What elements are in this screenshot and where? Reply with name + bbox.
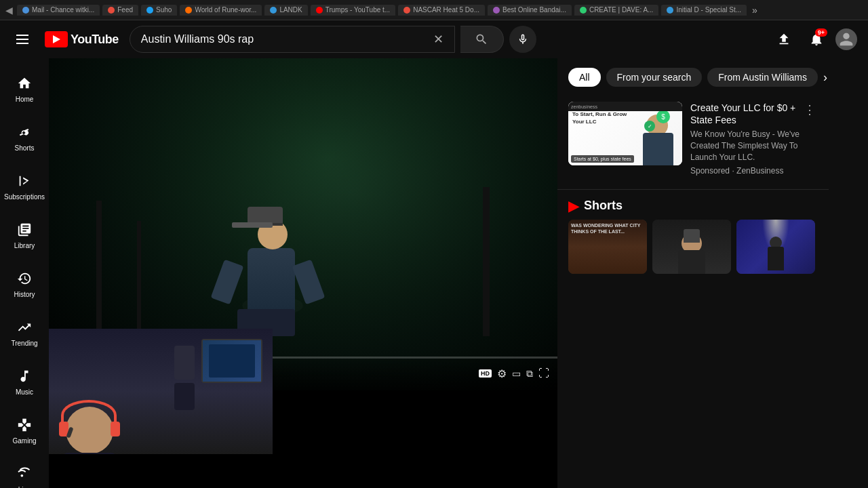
short-person-3 [766,237,786,270]
notifications-btn[interactable]: 9+ [803,26,830,53]
notification-badge: 9+ [815,28,827,37]
sidebar-item-subscriptions[interactable]: Subscriptions [3,164,46,210]
webcam-overlay [49,329,273,454]
search-submit-btn[interactable] [460,26,504,53]
search-input[interactable] [141,33,433,45]
ad-title: Create Your LLC for $0 + State Fees [690,102,818,126]
voice-search-btn[interactable] [509,26,536,53]
upload-icon [776,32,791,47]
short-thumb-1[interactable]: WAS WONDERING WHAT CITY THINKS OF THE LA… [568,220,647,274]
hd-badge: HD [479,369,492,378]
tree-trunk-3 [483,187,490,336]
browser-back-btn[interactable]: ◀ [5,5,13,16]
ad-brand-bar: zenbusiness [568,102,682,111]
short-thumb-3[interactable] [736,220,815,274]
figure-hat-brim [232,222,273,228]
short-person-2 [675,233,709,274]
desk-item-1 [174,346,195,380]
search-icon [475,33,488,46]
sidebar-item-home[interactable]: Home [3,66,46,113]
ad-menu-btn[interactable]: ⋮ [802,102,818,118]
shorts-header: ▶ Shorts [568,198,818,214]
content-area: ▶ ⏭ 🔊 HD ⚙ ▭ ⧉ ⛶ [49,58,868,488]
desk-item-2 [174,383,195,410]
streamer-body [62,453,117,454]
settings-btn[interactable]: ⚙ [497,367,507,380]
tab-bandai[interactable]: Best Online Bandai... [488,5,572,16]
figure-body [248,248,295,316]
youtube-logo[interactable]: YouTube [45,31,119,47]
sidebar-item-shorts-label: Shorts [15,144,35,152]
streamer-figure [62,393,117,454]
sidebar-item-gaming[interactable]: Gaming [3,408,46,454]
ad-thumbnail[interactable]: Everything You Need To Start, Run & Grow… [568,102,682,165]
youtube-app: YouTube ✕ [0,20,868,488]
ad-tag: Starts at $0, plus state fees [571,155,634,163]
tab-favicon [185,7,192,14]
tab-rune[interactable]: World of Rune-wor... [180,5,262,16]
shorts-section: ▶ Shorts WAS WONDERING WHAT CITY THINKS … [568,198,818,274]
music-icon [17,369,32,386]
sidebar-item-home-label: Home [16,96,34,103]
avatar-icon [837,30,856,49]
sidebar-item-trending[interactable]: Trending [3,310,46,357]
upload-btn[interactable] [770,26,797,53]
youtube-logo-text: YouTube [71,33,119,47]
back-icon: ◀ [5,5,13,16]
search-clear-btn[interactable]: ✕ [433,32,443,47]
theater-btn[interactable]: ▭ [512,368,521,379]
monitor-content [203,340,261,382]
short-bg-3 [736,220,815,274]
tab-landk[interactable]: LANDK [264,5,307,16]
hamburger-menu-btn[interactable] [11,29,34,49]
filter-tab-from-austin[interactable]: From Austin Williams [707,68,818,87]
filter-next-btn[interactable]: › [823,66,827,88]
tab-feed[interactable]: Feed [102,5,138,16]
tab-label: Trumps - YouTube t... [326,6,390,14]
tab-nascar[interactable]: NASCAR Heat 5 Do... [398,5,485,16]
tab-label: Mail - Chance witki... [32,6,94,14]
browser-tabs: Mail - Chance witki... Feed Suho World o… [17,5,863,16]
live-icon [17,466,32,483]
filter-tab-from-search[interactable]: From your search [606,68,703,87]
filter-tab-all[interactable]: All [568,68,601,87]
ad-thumb-content: Everything You Need To Start, Run & Grow… [568,102,682,165]
sidebar-item-music-label: Music [16,388,33,396]
sidebar-item-live[interactable]: Live [3,457,46,488]
tab-favicon [22,7,29,14]
ad-icon-1: $ [656,110,670,123]
tab-create[interactable]: CREATE | DAVE: A... [574,5,658,16]
sidebar-item-history-label: History [14,291,35,298]
sidebar-item-trending-label: Trending [11,340,37,347]
ad-icon-2: ✓ [644,121,655,131]
tab-favicon [270,7,277,14]
tab-trumps[interactable]: Trumps - YouTube t... [311,5,395,16]
sidebar-item-music[interactable]: Music [3,359,46,405]
tab-initiald[interactable]: Initial D - Special St... [661,5,747,16]
tab-suho[interactable]: Suho [141,5,177,16]
subscriptions-icon [17,174,32,190]
sidebar-item-library[interactable]: Library [3,213,46,259]
tab-label: Initial D - Special St... [676,6,741,14]
miniplayer-btn[interactable]: ⧉ [526,368,533,380]
fullscreen-btn[interactable]: ⛶ [538,367,549,380]
headset-right [111,422,120,436]
short-thumb-2[interactable] [652,220,731,274]
tab-favicon [316,7,323,14]
tab-label: NASCAR Heat 5 Do... [413,6,479,14]
short-bg-1: WAS WONDERING WHAT CITY THINKS OF THE LA… [568,220,647,274]
tree-trunk-1 [96,201,102,336]
sidebar-item-shorts[interactable]: Shorts [3,115,46,161]
ad-card: Everything You Need To Start, Run & Grow… [568,96,818,181]
browser-bar: ◀ Mail - Chance witki... Feed Suho World… [0,0,868,20]
tab-mail[interactable]: Mail - Chance witki... [17,5,100,16]
search-container: ✕ [130,26,536,53]
more-tabs-btn[interactable]: » [749,5,760,16]
sidebar-item-history[interactable]: History [3,262,46,308]
user-avatar[interactable] [835,28,857,50]
short-text-1: WAS WONDERING WHAT CITY THINKS OF THE LA… [571,222,644,235]
trending-icon [17,320,32,337]
home-icon [17,76,32,93]
sidebar-item-gaming-label: Gaming [12,437,36,445]
short-bg-2 [652,220,731,274]
